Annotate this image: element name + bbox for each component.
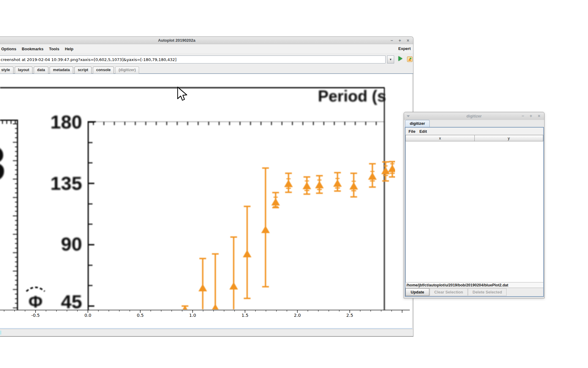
inspect-uri-icon[interactable]: [407, 56, 413, 62]
digitizer-window-controls: − + ×: [519, 112, 542, 120]
menu-item-tools[interactable]: Tools: [46, 45, 62, 53]
output-file-path: /home/jbf/ct/autoplot/u/2019/bob/2019020…: [405, 282, 543, 288]
digitizer-content: FileEdit xy /home/jbf/ct/autoplot/u/2019…: [405, 127, 544, 297]
close-icon[interactable]: ×: [536, 112, 542, 120]
progress-speck: [0, 331, 1, 335]
menu-item-bookmarks[interactable]: Bookmarks: [19, 45, 46, 53]
window-controls: − + ×: [388, 37, 411, 44]
close-icon[interactable]: ×: [405, 37, 411, 44]
tab-layout[interactable]: layout: [15, 67, 33, 74]
tab-bar: stylelayoutdatametadatascriptconsole(dig…: [0, 66, 413, 74]
table-header: xy: [405, 135, 543, 141]
tab-digitizer[interactable]: (digitizer): [115, 67, 139, 74]
chevron-down-icon: ▼: [389, 58, 392, 61]
digitizer-menu-bar: FileEdit: [405, 128, 543, 135]
maximize-icon[interactable]: +: [528, 112, 534, 120]
status-bar: [0, 329, 413, 336]
menu-item-help[interactable]: Help: [62, 45, 76, 53]
column-header-y[interactable]: y: [475, 135, 544, 141]
tab-console[interactable]: console: [93, 67, 114, 74]
tab-script[interactable]: script: [74, 67, 92, 74]
clear-selection-button: Clear Selection: [430, 288, 468, 296]
digitizer-title-bar[interactable]: digitizer − + ×: [404, 112, 544, 120]
uri-input[interactable]: [0, 56, 386, 63]
menu-bar: OptionsBookmarksToolsHelp Expert: [0, 44, 413, 53]
digitizer-buttons: UpdateClear SelectionDelete Selected: [405, 288, 543, 296]
tab-data[interactable]: data: [34, 67, 48, 74]
title-bar[interactable]: Autoplot 20190202a − + ×: [0, 37, 413, 44]
tab-style[interactable]: style: [0, 67, 13, 74]
window-title: Autoplot 20190202a: [0, 37, 413, 44]
digitizer-window: digitizer − + × digitizer FileEdit xy /h…: [404, 112, 545, 298]
menu-item-options[interactable]: Options: [0, 45, 19, 53]
minimize-icon[interactable]: −: [519, 112, 526, 120]
plot-canvas[interactable]: [0, 74, 413, 329]
tab-digitizer[interactable]: digitizer: [405, 120, 430, 127]
tab-metadata[interactable]: metadata: [50, 67, 73, 74]
column-header-x[interactable]: x: [405, 135, 475, 141]
uri-dropdown-button[interactable]: ▼: [387, 56, 394, 63]
digitizer-menu-edit[interactable]: Edit: [419, 128, 427, 135]
autoplot-window: Autoplot 20190202a − + × OptionsBookmark…: [0, 36, 413, 337]
delete-selected-button: Delete Selected: [468, 288, 507, 296]
update-button[interactable]: Update: [405, 288, 429, 296]
expert-mode-label[interactable]: Expert: [398, 44, 411, 53]
digitizer-menu-file[interactable]: File: [409, 128, 415, 135]
play-icon: [398, 56, 402, 61]
plot-go-button[interactable]: [397, 56, 404, 63]
maximize-icon[interactable]: +: [397, 37, 403, 44]
minimize-icon[interactable]: −: [388, 37, 395, 44]
table-body[interactable]: [405, 141, 543, 282]
menu-items: OptionsBookmarksToolsHelp: [0, 46, 76, 51]
address-row: ▼: [0, 53, 413, 66]
collapse-triangle-icon[interactable]: [407, 115, 410, 117]
